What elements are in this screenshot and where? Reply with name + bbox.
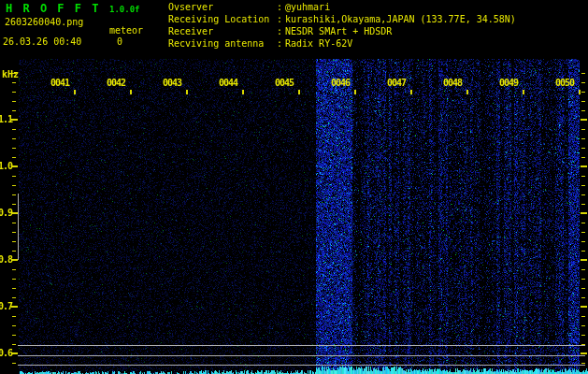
hrofft-window: H R O F F T 1.0.0f 2603260040.png meteor… bbox=[0, 0, 588, 374]
time-tick-label: 0050 bbox=[538, 78, 574, 89]
output-filename: 2603260040.png bbox=[5, 17, 83, 27]
info-value: Radix RY-62V bbox=[285, 37, 352, 50]
info-label: Ovserver bbox=[168, 1, 274, 13]
observer-info-block: Ovserver:@yuhmariReceiving Location:kura… bbox=[168, 1, 516, 50]
frequency-tick-label: 1.1 bbox=[0, 114, 12, 125]
time-tick-label: 0042 bbox=[90, 78, 125, 89]
spectrogram-canvas bbox=[0, 0, 588, 374]
time-tick-label: 0048 bbox=[426, 78, 462, 89]
time-tick-label: 0046 bbox=[314, 78, 350, 89]
time-tick-label: 0045 bbox=[258, 78, 294, 89]
time-tick-label: 0044 bbox=[202, 78, 237, 89]
timestamp: 26.03.26 00:40 bbox=[3, 36, 81, 47]
info-label: Receiver bbox=[168, 25, 274, 37]
frequency-tick-label: 0.6 bbox=[0, 348, 12, 359]
meteor-counter-label: meteor bbox=[109, 25, 143, 36]
info-row: Receiver:NESDR SMArt + HDSDR bbox=[168, 25, 516, 37]
frequency-tick-label: 0.7 bbox=[0, 301, 12, 312]
app-version: 1.0.0f bbox=[109, 5, 140, 14]
time-tick-label: 0047 bbox=[370, 78, 406, 89]
info-row: Ovserver:@yuhmari bbox=[168, 1, 516, 13]
frequency-tick-label: 0.8 bbox=[0, 254, 12, 266]
info-separator: : bbox=[274, 13, 285, 25]
info-row: Receiving Location:kurashiki,Okayama,JAP… bbox=[168, 13, 516, 25]
time-tick-label: 0043 bbox=[146, 78, 181, 89]
info-separator: : bbox=[274, 1, 285, 13]
info-separator: : bbox=[274, 37, 285, 50]
info-value: kurashiki,Okayama,JAPAN (133.77E, 34.58N… bbox=[285, 13, 516, 25]
info-value: @yuhmari bbox=[285, 1, 330, 13]
info-value: NESDR SMArt + HDSDR bbox=[285, 25, 392, 37]
app-title: H R O F F T bbox=[6, 2, 100, 15]
info-row: Recviving antenna:Radix RY-62V bbox=[168, 37, 516, 50]
info-separator: : bbox=[274, 25, 285, 37]
time-tick-label: 0041 bbox=[34, 78, 69, 89]
frequency-axis-unit: kHz bbox=[2, 69, 19, 79]
frequency-tick-label: 1.0 bbox=[0, 161, 12, 172]
info-label: Recviving antenna bbox=[168, 37, 274, 50]
frequency-tick-label: 0.9 bbox=[0, 208, 12, 219]
meteor-count-value: 0 bbox=[117, 36, 122, 47]
time-tick-label: 0049 bbox=[482, 78, 518, 89]
info-label: Receiving Location bbox=[168, 13, 274, 25]
